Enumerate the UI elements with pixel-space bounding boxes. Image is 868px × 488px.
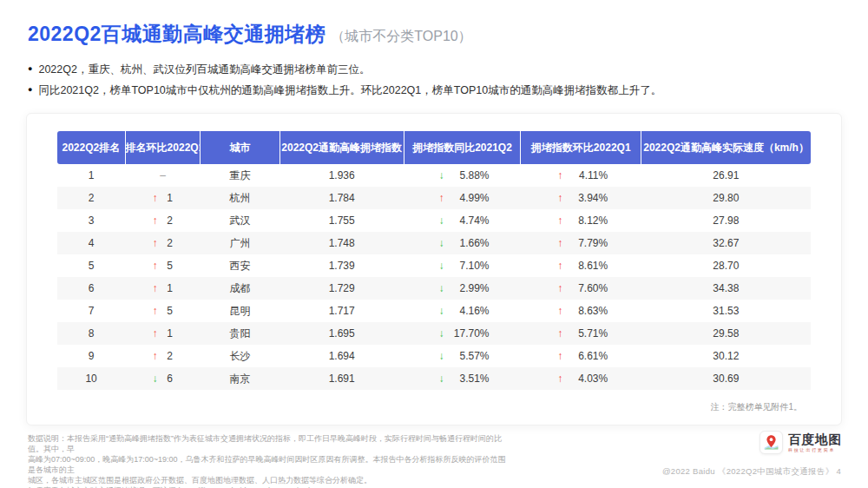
table-header-row: 2022Q2排名排名环比2022Q1城市2022Q2通勤高峰拥堵指数拥堵指数同比…	[57, 131, 811, 164]
change-value: 7.60%	[566, 282, 608, 294]
change-value: 6	[163, 373, 177, 385]
rank-cell: 8	[57, 322, 125, 345]
yoy-change-cell: ↓4.74%	[404, 209, 521, 232]
qoq-change-cell: ↑7.60%	[521, 277, 641, 300]
qoq-change-cell: ↑6.61%	[521, 345, 641, 367]
table-row: 4↑2广州1.748↓1.66%↑7.79%32.67	[57, 232, 811, 254]
rank-change-cell: –	[125, 164, 201, 187]
speed-cell: 32.67	[641, 232, 811, 254]
column-header-2: 城市	[201, 131, 279, 164]
bullet-dot-icon: ●	[28, 64, 32, 73]
qoq-change-cell: ↑8.12%	[521, 209, 641, 232]
congestion-index-cell: 1.936	[279, 164, 404, 187]
rank-change-cell: ↓6	[125, 367, 201, 390]
change-value: 2.99%	[448, 282, 490, 294]
arrow-down-icon: ↓	[436, 373, 448, 385]
copyright-line: @2022 Baidu 《2022Q2中国城市交通报告》 4	[662, 466, 841, 478]
arrow-up-icon: ↑	[554, 260, 566, 272]
arrow-up-icon: ↑	[149, 350, 161, 362]
column-header-6: 2022Q2通勤高峰实际速度（km/h）	[641, 131, 811, 164]
yoy-change-cell: ↓1.66%	[404, 232, 521, 254]
congestion-index-cell: 1.729	[279, 277, 404, 300]
description-line: 数据说明：本报告采用“通勤高峰拥堵指数”作为表征城市交通拥堵状况的指标，即工作日…	[28, 433, 510, 454]
arrow-up-icon: ↑	[149, 282, 161, 294]
change-value: 4.74%	[448, 214, 490, 227]
description-line: 城区，各城市主城区范围是根据政府公开数据、百度地图地理数据、人口热力数据等综合分…	[28, 475, 510, 485]
arrow-up-icon: ↑	[149, 214, 161, 227]
table-row: 2↑1杭州1.784↑4.99%↑3.94%29.80	[57, 187, 811, 209]
no-change-dash: –	[160, 169, 166, 181]
speed-cell: 29.58	[641, 322, 811, 345]
city-cell: 南京	[201, 367, 279, 390]
rank-cell: 3	[57, 209, 125, 232]
rank-change-cell: ↑1	[125, 187, 201, 209]
change-value: 8.61%	[566, 260, 608, 272]
speed-cell: 26.91	[641, 164, 811, 187]
change-value: 3.51%	[448, 373, 490, 385]
change-value: 8.63%	[566, 305, 608, 317]
arrow-down-icon: ↓	[436, 237, 448, 249]
rank-change-cell: ↑2	[125, 209, 201, 232]
logo-tagline: 科技让出行更简单	[788, 447, 842, 452]
column-header-0: 2022Q2排名	[57, 131, 125, 164]
arrow-up-icon: ↑	[554, 305, 566, 317]
report-header: 2022Q2百城通勤高峰交通拥堵榜（城市不分类TOP10） ●2022Q2，重庆…	[0, 0, 868, 100]
congestion-index-cell: 1.695	[279, 322, 404, 345]
table-row: 5↑5西安1.739↓7.10%↑8.61%28.70	[57, 254, 811, 277]
change-value: 1.66%	[448, 237, 490, 249]
arrow-down-icon: ↓	[436, 350, 448, 362]
yoy-change-cell: ↓17.70%	[404, 322, 521, 345]
arrow-up-icon: ↑	[554, 192, 566, 204]
speed-cell: 28.70	[641, 254, 811, 277]
arrow-down-icon: ↓	[436, 305, 448, 317]
congestion-index-cell: 1.748	[279, 232, 404, 254]
qoq-change-cell: ↑8.61%	[521, 254, 641, 277]
table-row: 8↑1贵阳1.695↓17.70%↑5.71%29.58	[57, 322, 811, 345]
city-cell: 成都	[201, 277, 279, 300]
arrow-up-icon: ↑	[436, 192, 448, 204]
change-value: 1	[163, 192, 177, 204]
change-value: 4.16%	[448, 305, 490, 317]
data-description: 数据说明：本报告采用“通勤高峰拥堵指数”作为表征城市交通拥堵状况的指标，即工作日…	[28, 433, 510, 488]
congestion-index-cell: 1.755	[279, 209, 404, 232]
city-cell: 长沙	[201, 345, 279, 367]
speed-cell: 29.80	[641, 187, 811, 209]
yoy-change-cell: ↓7.10%	[404, 254, 521, 277]
rank-cell: 6	[57, 277, 125, 300]
arrow-down-icon: ↓	[436, 282, 448, 294]
speed-cell: 27.98	[641, 209, 811, 232]
change-value: 4.11%	[566, 169, 608, 181]
city-cell: 昆明	[201, 300, 279, 322]
rank-change-cell: ↑5	[125, 254, 201, 277]
arrow-down-icon: ↓	[436, 327, 448, 340]
change-value: 2	[163, 214, 177, 227]
rank-change-cell: ↑2	[125, 232, 201, 254]
change-value: 5	[163, 260, 177, 272]
arrow-down-icon: ↓	[436, 169, 448, 181]
congestion-index-cell: 1.739	[279, 254, 404, 277]
table-row: 10↓6南京1.691↓3.51%↑4.03%30.69	[57, 367, 811, 390]
summary-bullet-1: ●2022Q2，重庆、杭州、武汉位列百城通勤高峰交通拥堵榜单前三位。	[28, 59, 840, 80]
congestion-index-cell: 1.784	[279, 187, 404, 209]
city-cell: 贵阳	[201, 322, 279, 345]
speed-cell: 30.12	[641, 345, 811, 367]
speed-cell: 34.38	[641, 277, 811, 300]
table-footnote: 注：完整榜单见附件1。	[57, 390, 811, 413]
arrow-up-icon: ↑	[554, 169, 566, 181]
logo-name: 百度地图	[788, 433, 842, 446]
city-cell: 西安	[201, 254, 279, 277]
arrow-up-icon: ↑	[149, 305, 161, 317]
speed-cell: 30.69	[641, 367, 811, 390]
arrow-up-icon: ↑	[554, 214, 566, 227]
change-value: 2	[163, 350, 177, 362]
column-header-5: 拥堵指数环比2022Q1	[521, 131, 641, 164]
table-row: 7↑5昆明1.717↓4.16%↑8.63%31.53	[57, 300, 811, 322]
rank-cell: 9	[57, 345, 125, 367]
rank-change-cell: ↑1	[125, 277, 201, 300]
summary-bullets: ●2022Q2，重庆、杭州、武汉位列百城通勤高峰交通拥堵榜单前三位。 ●同比20…	[28, 59, 840, 100]
congestion-index-cell: 1.691	[279, 367, 404, 390]
table-row: 1–重庆1.936↓5.88%↑4.11%26.91	[57, 164, 811, 187]
arrow-up-icon: ↑	[554, 350, 566, 362]
change-value: 1	[163, 327, 177, 340]
congestion-index-cell: 1.717	[279, 300, 404, 322]
